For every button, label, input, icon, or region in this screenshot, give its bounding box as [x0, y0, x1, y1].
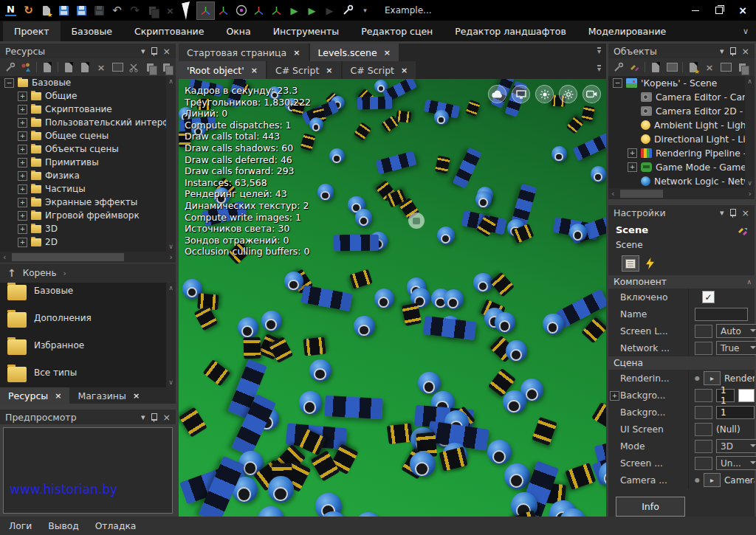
- folder-list-item[interactable]: Базовые: [0, 283, 176, 310]
- menu-item-1[interactable]: Проект: [3, 21, 61, 41]
- menu-item-6[interactable]: Редактор сцен: [350, 21, 444, 41]
- new-resource-button[interactable]: ★: [38, 2, 55, 19]
- text-field[interactable]: [695, 308, 748, 321]
- scroll-up-icon[interactable]: ∧: [168, 284, 173, 291]
- default-button[interactable]: [695, 440, 712, 453]
- transform-button[interactable]: [628, 61, 640, 73]
- expander-icon[interactable]: +: [610, 391, 619, 401]
- document-tab-1[interactable]: Стартовая страница×: [179, 44, 309, 61]
- object-tree-item[interactable]: +Rendering Pipeline - Rer: [608, 146, 755, 160]
- scroll-right-icon[interactable]: ›: [749, 189, 752, 199]
- scroll-down-icon[interactable]: ∨: [168, 379, 173, 386]
- expander-icon[interactable]: +: [18, 158, 27, 168]
- object-tab-2[interactable]: C# Script×: [267, 61, 341, 79]
- menu-item-2[interactable]: Базовые: [61, 21, 123, 41]
- pin-icon[interactable]: [151, 413, 157, 421]
- cut-button[interactable]: [128, 61, 140, 73]
- tree-item[interactable]: +Скриптование: [0, 103, 176, 116]
- tab-close-icon[interactable]: ×: [251, 66, 258, 75]
- legend-button[interactable]: [20, 61, 32, 73]
- expander-icon[interactable]: +: [18, 131, 27, 141]
- tree-item[interactable]: +Экранные эффекты: [0, 196, 176, 209]
- tree-item[interactable]: +Физика: [0, 169, 176, 182]
- expander-icon[interactable]: +: [18, 238, 27, 247]
- tree-item[interactable]: +Объекты сцены: [0, 142, 176, 156]
- bottom-tab-отладка[interactable]: Отладка: [95, 521, 137, 531]
- menu-item-4[interactable]: Окна: [215, 21, 261, 41]
- cloud-overlay-button[interactable]: [488, 85, 506, 103]
- up-icon[interactable]: ↑: [7, 267, 16, 279]
- hscroll-thumb[interactable]: [620, 190, 663, 198]
- dropdown[interactable]: Auto: [716, 324, 756, 338]
- default-button[interactable]: [695, 342, 712, 355]
- panel-close-icon[interactable]: ×: [163, 46, 171, 57]
- restore-button[interactable]: [708, 2, 730, 18]
- folder-list-item[interactable]: Все типы: [0, 365, 176, 387]
- bottom-tab-вывод[interactable]: Вывод: [48, 521, 78, 531]
- sphere-tool-button[interactable]: [233, 2, 250, 19]
- info-button[interactable]: Info: [616, 497, 685, 517]
- bottom-tab-логи[interactable]: Логи: [9, 521, 32, 531]
- paste-button[interactable]: [160, 61, 172, 73]
- reference-button[interactable]: ▸: [704, 371, 721, 385]
- scroll-up-icon[interactable]: ∧: [747, 77, 752, 85]
- rename-button[interactable]: [720, 61, 732, 73]
- import-button[interactable]: [79, 61, 91, 73]
- expander-icon[interactable]: −: [613, 78, 622, 88]
- tree-item[interactable]: +Игровой фреймворк: [0, 209, 176, 222]
- properties-tab[interactable]: [622, 255, 639, 272]
- copy-button[interactable]: [144, 61, 156, 73]
- options-button[interactable]: [612, 61, 624, 73]
- sound-source-gizmo[interactable]: [408, 213, 425, 229]
- pin-icon[interactable]: [730, 47, 736, 55]
- object-tree-item[interactable]: Directional Light - Light: [608, 132, 755, 146]
- scroll-down-icon[interactable]: ∨: [168, 243, 173, 250]
- close-button[interactable]: ×: [732, 2, 754, 18]
- tree-item[interactable]: +Общее сцены: [0, 129, 176, 142]
- expander-icon[interactable]: +: [18, 118, 27, 128]
- panel-dropdown-icon[interactable]: ▾: [720, 47, 724, 55]
- objects-vscrollbar[interactable]: ∧∨: [745, 76, 755, 188]
- object-tree-item[interactable]: Network Logic - Network: [608, 174, 755, 188]
- object-tab-3[interactable]: C# Script×: [343, 61, 416, 79]
- resources-vscrollbar[interactable]: ∧∨: [166, 76, 176, 252]
- document-tab-2[interactable]: Levels.scene×: [310, 44, 399, 61]
- monitor-overlay-button[interactable]: [512, 85, 530, 103]
- new-object-button[interactable]: ★: [687, 61, 699, 73]
- panel-dropdown-icon[interactable]: ▾: [141, 47, 145, 55]
- tab-list-icon[interactable]: ▾: [597, 65, 601, 72]
- sun-overlay-button[interactable]: [535, 85, 554, 103]
- default-button[interactable]: [695, 325, 712, 338]
- folder-list-item[interactable]: Избранное: [0, 337, 176, 365]
- tab-close-icon[interactable]: ×: [293, 48, 300, 58]
- color-swatch[interactable]: [738, 389, 755, 402]
- minimize-button[interactable]: [684, 2, 707, 18]
- delete-button[interactable]: ×: [95, 61, 107, 73]
- play-button[interactable]: ▶: [286, 2, 303, 19]
- expander-icon[interactable]: +: [18, 224, 27, 234]
- object-tree-item[interactable]: +Game Mode - GameMode: [608, 160, 755, 174]
- expander-icon[interactable]: +: [18, 198, 27, 207]
- select-tool-button[interactable]: [179, 2, 196, 19]
- tab-close-icon[interactable]: ×: [133, 391, 140, 401]
- tab-close-icon[interactable]: ×: [326, 66, 332, 75]
- reference-button[interactable]: ▸: [704, 473, 721, 487]
- panel-dropdown-icon[interactable]: ▾: [720, 209, 724, 217]
- events-tab[interactable]: [645, 258, 655, 269]
- tree-item[interactable]: +3D: [0, 222, 176, 235]
- object-tree-item[interactable]: Ambient Light - Light: [608, 118, 755, 132]
- panel-tab-ресурсы[interactable]: Ресурсы×: [0, 387, 69, 404]
- pin-icon[interactable]: [151, 47, 157, 55]
- default-button[interactable]: [695, 457, 712, 470]
- undo-button[interactable]: ↶: [109, 2, 126, 19]
- tree-item[interactable]: −Базовые: [0, 76, 176, 89]
- scene-viewport[interactable]: Кадров в секунду: 23.3Треугольников: 1,8…: [179, 79, 606, 517]
- scroll-up-icon[interactable]: ∧: [746, 278, 752, 286]
- folders-vscrollbar[interactable]: ∧∨: [166, 283, 176, 387]
- scroll-down-icon[interactable]: ∨: [747, 179, 752, 187]
- menu-overflow-icon[interactable]: ∨: [743, 27, 749, 36]
- duplicate-button[interactable]: [736, 61, 748, 73]
- save-all-button[interactable]: [73, 2, 90, 19]
- object-tree-item[interactable]: Camera Editor - Camera: [608, 90, 755, 104]
- pin-icon[interactable]: [730, 209, 736, 216]
